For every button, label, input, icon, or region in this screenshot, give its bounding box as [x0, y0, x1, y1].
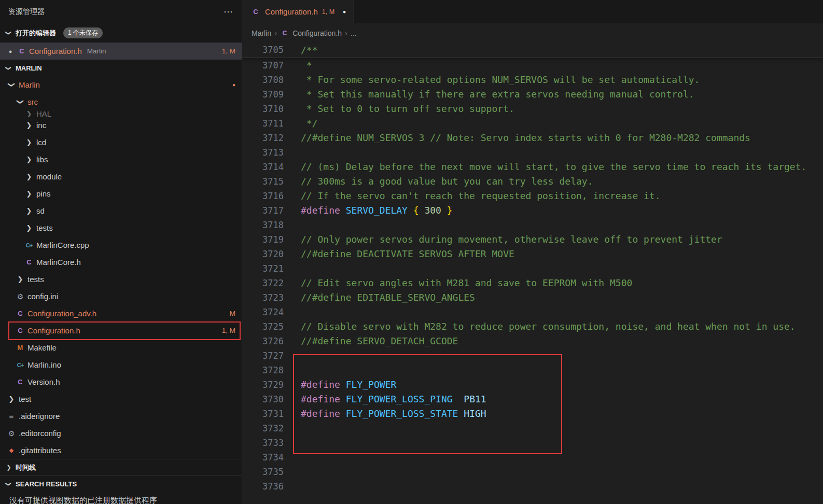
- tree-item-.aiderignore[interactable]: .aiderignore: [0, 408, 242, 425]
- c-file-icon: [23, 258, 35, 266]
- code-line[interactable]: 3731#define FLY_POWER_LOSS_STATE HIGH: [242, 407, 823, 421]
- code-line[interactable]: 3716// If the servo can't reach the requ…: [242, 189, 823, 203]
- tree-item-src[interactable]: src: [0, 93, 242, 110]
- line-number: 3716: [242, 189, 284, 203]
- chevron-right-icon: [23, 224, 35, 232]
- tree-item-configuration_adv.h[interactable]: Configuration_adv.hM: [0, 305, 242, 322]
- tree-item-pins[interactable]: pins: [0, 185, 242, 202]
- timeline-header[interactable]: 时间线: [0, 459, 242, 475]
- line-number: 3725: [242, 319, 284, 334]
- code-line[interactable]: 3713: [242, 145, 823, 160]
- code-line[interactable]: 3710 * Set to 0 to turn off servo suppor…: [242, 102, 823, 116]
- breadcrumb-item-marlin[interactable]: Marlin: [252, 29, 271, 37]
- search-results-header[interactable]: SEARCH RESULTS: [0, 475, 242, 492]
- sidebar-title-row: 资源管理器 ⋯: [0, 0, 242, 23]
- tree-item-.editorconfig[interactable]: .editorconfig: [0, 425, 242, 442]
- line-number: 3708: [242, 73, 284, 87]
- code-line[interactable]: 3724: [242, 305, 823, 319]
- code-line[interactable]: 3714// (ms) Delay before the next move w…: [242, 160, 823, 174]
- open-editor-item-configuration-h[interactable]: Configuration.h Marlin 1, M: [0, 43, 242, 60]
- tree-item-label: tests: [36, 223, 53, 232]
- tree-item-configuration.h[interactable]: Configuration.h1, M: [0, 322, 242, 339]
- code-line[interactable]: 3726//#define SERVO_DETACH_GCODE: [242, 334, 823, 348]
- code-text: *: [301, 58, 312, 73]
- code-text: //#define NUM_SERVOS 3 // Note: Servo in…: [301, 131, 750, 145]
- tree-item-tests[interactable]: tests: [0, 271, 242, 288]
- code-line[interactable]: 3705/**: [242, 43, 823, 58]
- line-number: 3717: [242, 203, 284, 218]
- unsaved-dot-icon[interactable]: [343, 9, 346, 15]
- code-text: /**: [301, 43, 318, 58]
- code-text: // Disable servo with M282 to reduce pow…: [301, 319, 796, 334]
- code-line[interactable]: 3707 *: [242, 58, 823, 73]
- code-line[interactable]: 3727: [242, 348, 823, 363]
- more-actions-icon[interactable]: ⋯: [224, 6, 233, 18]
- code-line[interactable]: 3730#define FLY_POWER_LOSS_PING PB11: [242, 392, 823, 407]
- unsaved-dot-icon[interactable]: [5, 48, 16, 54]
- tree-item-test[interactable]: test: [0, 390, 242, 408]
- code-line[interactable]: 3721: [242, 261, 823, 276]
- code-line[interactable]: 3722// Edit servo angles with M281 and s…: [242, 276, 823, 290]
- code-line[interactable]: 3735: [242, 465, 823, 479]
- code-line[interactable]: 3720//#define DEACTIVATE_SERVOS_AFTER_MO…: [242, 247, 823, 261]
- c-file-icon: [14, 310, 26, 317]
- tree-item-tests[interactable]: tests: [0, 219, 242, 236]
- tree-indent: [5, 330, 14, 331]
- code-line[interactable]: 3723//#define EDITABLE_SERVO_ANGLES: [242, 290, 823, 305]
- tree-item-config.ini[interactable]: config.ini: [0, 288, 242, 305]
- code-line[interactable]: 3712//#define NUM_SERVOS 3 // Note: Serv…: [242, 131, 823, 145]
- workspace-header[interactable]: MARLIN: [0, 60, 242, 76]
- tree-item-lcd[interactable]: lcd: [0, 134, 242, 151]
- breadcrumb-item-...[interactable]: ...: [351, 29, 357, 37]
- code-line[interactable]: 3719// Only power servos during movement…: [242, 232, 823, 247]
- tree-item-marlin[interactable]: Marlin●: [0, 76, 242, 93]
- timeline-label: 时间线: [16, 463, 36, 472]
- code-line[interactable]: 3725// Disable servo with M282 to reduce…: [242, 319, 823, 334]
- line-number: 3728: [242, 363, 284, 377]
- tree-item-marlin.ino[interactable]: Marlin.ino: [0, 356, 242, 373]
- chevron-right-icon: [23, 190, 35, 198]
- workspace-label: MARLIN: [16, 64, 42, 72]
- tree-item-marlincore.h[interactable]: MarlinCore.h: [0, 254, 242, 271]
- code-line[interactable]: 3709 * Set this manually if there are ex…: [242, 87, 823, 102]
- sticky-scroll-line[interactable]: 3705/**: [242, 43, 823, 58]
- line-number: 3723: [242, 290, 284, 305]
- tree-item-.gitattributes[interactable]: .gitattributes: [0, 442, 242, 459]
- tree-indent: [5, 365, 14, 365]
- code-line[interactable]: 3728: [242, 363, 823, 377]
- code-line[interactable]: 3718: [242, 218, 823, 232]
- c-file-icon: [249, 8, 262, 16]
- tree-item-makefile[interactable]: Makefile: [0, 339, 242, 356]
- tree-item-label: Marlin: [19, 80, 40, 89]
- tree-indent: [5, 228, 23, 228]
- code-line[interactable]: 3733: [242, 436, 823, 450]
- open-editors-header[interactable]: 打开的编辑器 1 个未保存: [0, 23, 242, 43]
- tree-item-marlincore.cpp[interactable]: MarlinCore.cpp: [0, 236, 242, 254]
- code-line[interactable]: 3717#define SERVO_DELAY { 300 }: [242, 203, 823, 218]
- code-line[interactable]: 3708 * For some servo-related options NU…: [242, 73, 823, 87]
- tab-configuration-h[interactable]: Configuration.h 1, M: [242, 0, 354, 23]
- breadcrumb-item-configuration.h[interactable]: Configuration.h: [292, 29, 342, 37]
- tree-item-inc[interactable]: inc: [0, 117, 242, 134]
- tree-item-label: Marlin.ino: [27, 360, 61, 369]
- tree-indent: [5, 102, 14, 102]
- tree-item-hal[interactable]: HAL: [0, 110, 242, 117]
- code-line[interactable]: 3734: [242, 450, 823, 465]
- tree-item-version.h[interactable]: Version.h: [0, 373, 242, 390]
- line-number: 3729: [242, 377, 284, 392]
- line-number: 3705: [242, 43, 284, 58]
- code-line[interactable]: 3732: [242, 421, 823, 436]
- code-line[interactable]: 3711 */: [242, 116, 823, 131]
- code-line[interactable]: 3736: [242, 479, 823, 494]
- chevron-right-icon: [5, 395, 18, 403]
- tree-item-label: tests: [27, 275, 44, 284]
- cpp-file-icon: [14, 362, 26, 368]
- tree-item-sd[interactable]: sd: [0, 202, 242, 219]
- code-line[interactable]: 3715// 300ms is a good value but you can…: [242, 174, 823, 189]
- tree-item-libs[interactable]: libs: [0, 151, 242, 168]
- code-line[interactable]: 3729#define FLY_POWER: [242, 377, 823, 392]
- tree-item-label: MarlinCore.h: [36, 258, 81, 267]
- chevron-right-icon: [4, 464, 13, 471]
- tree-item-module[interactable]: module: [0, 168, 242, 185]
- line-number: 3719: [242, 232, 284, 247]
